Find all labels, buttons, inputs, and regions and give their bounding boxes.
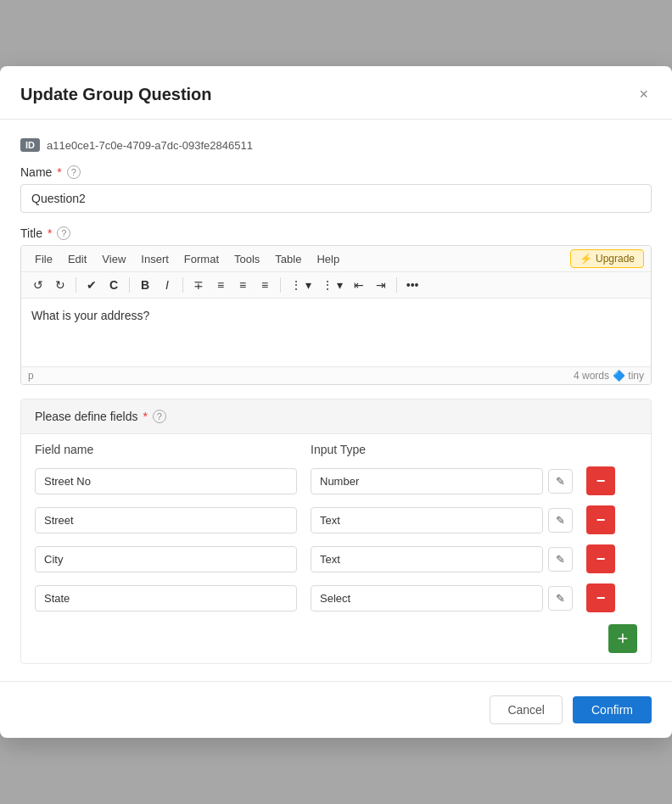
align-right-button[interactable]: ≡ <box>232 276 253 294</box>
fields-header: Please define fields * ? <box>21 399 651 434</box>
toolbar-list-group: ⋮ ▾ ⋮ ▾ ⇤ ⇥ <box>286 276 391 294</box>
field-name-street[interactable] <box>35 507 297 533</box>
table-row: ✎ − <box>21 500 651 539</box>
menu-view[interactable]: View <box>95 250 132 268</box>
menu-file[interactable]: File <box>28 250 59 268</box>
col-header-input-type: Input Type <box>311 443 573 456</box>
input-type-state-wrapper: ✎ <box>311 585 573 611</box>
upgrade-button[interactable]: ⚡ Upgrade <box>570 249 644 268</box>
close-button[interactable]: × <box>636 83 652 105</box>
fields-header-text: Please define fields <box>35 410 137 423</box>
table-row: ✎ − <box>21 461 651 500</box>
menu-format[interactable]: Format <box>177 250 226 268</box>
edit-type-city-button[interactable]: ✎ <box>548 547 573 572</box>
menu-edit[interactable]: Edit <box>61 250 93 268</box>
edit-type-street-no-button[interactable]: ✎ <box>548 469 573 494</box>
minus-icon: − <box>596 511 606 529</box>
modal-overlay: Update Group Question × ID a11e0ce1-7c0e… <box>0 0 672 804</box>
name-label: Name * ? <box>20 165 652 179</box>
cancel-button[interactable]: Cancel <box>490 695 563 724</box>
name-help-icon: ? <box>67 165 81 179</box>
delete-street-button[interactable]: − <box>586 505 615 534</box>
toolbar-sep-2 <box>129 277 130 293</box>
delete-street-no-button[interactable]: − <box>586 466 615 495</box>
name-input[interactable] <box>20 184 652 213</box>
menu-help[interactable]: Help <box>310 250 346 268</box>
confirm-button[interactable]: Confirm <box>573 696 652 723</box>
italic-button[interactable]: I <box>157 276 177 294</box>
modal-footer: Cancel Confirm <box>0 681 672 738</box>
redo-button[interactable]: ↻ <box>50 276 70 294</box>
modal-title: Update Group Question <box>20 85 212 104</box>
align-justify-button[interactable]: ≡ <box>255 276 275 294</box>
title-required: * <box>48 226 52 240</box>
field-name-city[interactable] <box>35 546 297 572</box>
editor-statusbar: p 4 words 🔷 tiny <box>21 366 651 384</box>
input-type-city-wrapper: ✎ <box>311 546 573 572</box>
delete-state-button[interactable]: − <box>586 583 615 612</box>
field-name-state[interactable] <box>35 585 297 611</box>
toolbar-sep-1 <box>76 277 76 293</box>
undo-button[interactable]: ↺ <box>28 276 48 294</box>
upgrade-icon: ⚡ <box>580 253 592 265</box>
name-section: Name * ? <box>20 165 652 213</box>
input-type-street-no[interactable] <box>311 468 543 494</box>
fields-required: * <box>143 410 147 423</box>
field-name-street-no[interactable] <box>35 468 297 494</box>
modal-container: Update Group Question × ID a11e0ce1-7c0e… <box>0 66 672 738</box>
clear-format-button[interactable]: C <box>104 276 124 294</box>
id-badge: ID a11e0ce1-7c0e-4709-a7dc-093fe2846511 <box>20 138 253 152</box>
menu-table[interactable]: Table <box>268 250 308 268</box>
name-required: * <box>57 165 61 179</box>
menu-insert[interactable]: Insert <box>134 250 176 268</box>
id-value: a11e0ce1-7c0e-4709-a7dc-093fe2846511 <box>47 139 253 152</box>
indent-button[interactable]: ⇥ <box>371 276 391 294</box>
editor-word-count-area: 4 words 🔷 tiny <box>574 370 644 382</box>
title-help-icon: ? <box>57 226 70 240</box>
upgrade-label: Upgrade <box>596 253 635 265</box>
minus-icon: − <box>596 472 606 490</box>
outdent-button[interactable]: ⇤ <box>349 276 369 294</box>
minus-icon: − <box>596 550 606 568</box>
toolbar-sep-5 <box>396 277 397 293</box>
input-type-street-wrapper: ✎ <box>311 507 573 533</box>
checkmark-button[interactable]: ✔ <box>81 276 102 294</box>
more-tools-button[interactable]: ••• <box>402 276 423 294</box>
input-type-state[interactable] <box>311 585 543 611</box>
toolbar-history-group: ↺ ↻ <box>28 276 70 294</box>
toolbar-sep-4 <box>280 277 281 293</box>
input-type-city[interactable] <box>311 546 543 572</box>
minus-icon: − <box>596 589 606 607</box>
editor-toolbar: ↺ ↻ ✔ C B I <box>21 272 651 299</box>
menu-tools[interactable]: Tools <box>227 250 266 268</box>
align-center-button[interactable]: ≡ <box>210 276 231 294</box>
editor-menubar: File Edit View Insert Format Tools Table… <box>21 246 651 272</box>
modal-header: Update Group Question × <box>0 66 672 120</box>
editor-element-tag: p <box>28 370 34 382</box>
bullet-list-button[interactable]: ⋮ ▾ <box>286 276 316 294</box>
plus-icon: + <box>618 629 629 648</box>
edit-type-street-button[interactable]: ✎ <box>548 508 573 533</box>
fields-section: Please define fields * ? Field name Inpu… <box>20 399 652 664</box>
table-row: ✎ − <box>21 578 651 617</box>
title-label: Title * ? <box>20 226 652 240</box>
id-label: ID <box>20 138 40 152</box>
toolbar-format-group: ✔ C <box>81 276 124 294</box>
editor-menu-items: File Edit View Insert Format Tools Table… <box>28 250 346 268</box>
bold-button[interactable]: B <box>135 276 155 294</box>
fields-help-icon: ? <box>153 410 166 423</box>
align-left-button[interactable]: ∓ <box>188 276 209 294</box>
editor-content[interactable]: What is your address? <box>21 299 651 366</box>
tiny-logo: 🔷 tiny <box>613 370 644 382</box>
input-type-street-no-wrapper: ✎ <box>311 468 573 494</box>
input-type-street[interactable] <box>311 507 543 533</box>
toolbar-text-format-group: B I <box>135 276 177 294</box>
add-field-button[interactable]: + <box>608 624 637 653</box>
title-section: Title * ? File Edit View Insert Format T… <box>20 226 652 385</box>
edit-type-state-button[interactable]: ✎ <box>548 586 573 611</box>
add-row-area: + <box>21 617 651 663</box>
toolbar-align-group: ∓ ≡ ≡ ≡ <box>188 276 275 294</box>
table-row: ✎ − <box>21 539 651 578</box>
number-list-button[interactable]: ⋮ ▾ <box>317 276 347 294</box>
delete-city-button[interactable]: − <box>586 544 615 573</box>
